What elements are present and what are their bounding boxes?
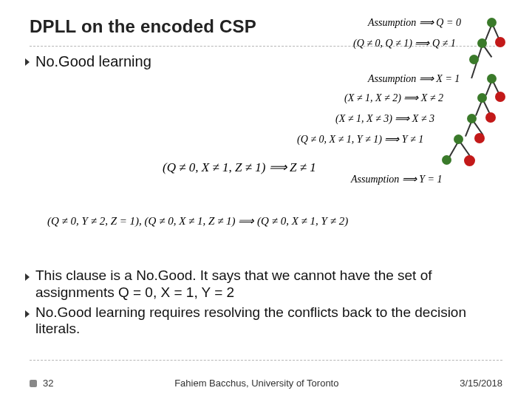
formula-assumption-y1: Assumption ⟹ Y = 1 xyxy=(351,173,443,185)
page-number-icon xyxy=(30,380,37,387)
formula-z-not1: (Q ≠ 0, X ≠ 1, Z ≠ 1) ⟹ Z ≠ 1 xyxy=(163,160,316,175)
tree-node-green xyxy=(467,114,477,123)
bullet-marker-icon xyxy=(25,310,30,318)
footer-separator xyxy=(30,360,502,361)
tree-node-red xyxy=(464,155,475,166)
tree-diagram: Assumption ⟹ Q = 0 (Q ≠ 0, Q ≠ 1) ⟹ Q ≠ … xyxy=(0,15,532,229)
tree-node-red xyxy=(495,37,505,47)
footer-author: Fahiem Bacchus, University of Toronto xyxy=(174,378,338,389)
bullet-text: This clause is a No.Good. It says that w… xyxy=(35,267,502,301)
footer: 32 Fahiem Bacchus, University of Toronto… xyxy=(30,378,502,389)
formula-x-not2: (X ≠ 1, X ≠ 2) ⟹ X ≠ 2 xyxy=(344,92,443,104)
formula-assumption-q0: Assumption ⟹ Q = 0 xyxy=(368,16,461,29)
tree-node-green xyxy=(487,74,497,83)
formula-y-not1: (Q ≠ 0, X ≠ 1, Y ≠ 1) ⟹ Y ≠ 1 xyxy=(297,133,423,146)
slide: DPLL on the encoded CSP No.Good learning xyxy=(0,0,532,399)
page-number-block: 32 xyxy=(30,378,53,389)
bullet-resolving: No.Good learning requires resolving the … xyxy=(25,304,502,338)
tree-node-green xyxy=(477,38,487,48)
tree-node-red xyxy=(495,92,505,102)
tree-node-green xyxy=(454,134,463,144)
bullet-clause-nogood: This clause is a No.Good. It says that w… xyxy=(25,267,502,301)
formula-q-not1: (Q ≠ 0, Q ≠ 1) ⟹ Q ≠ 1 xyxy=(353,37,456,50)
formula-x-not3: (X ≠ 1, X ≠ 3) ⟹ X ≠ 3 xyxy=(335,112,434,125)
body-bullets: This clause is a No.Good. It says that w… xyxy=(25,265,502,341)
formula-assumption-x1: Assumption ⟹ X = 1 xyxy=(368,72,460,85)
tree-node-green xyxy=(487,18,497,27)
tree-node-red xyxy=(485,112,496,123)
bullet-text: No.Good learning requires resolving the … xyxy=(35,304,502,338)
footer-date: 3/15/2018 xyxy=(460,378,502,389)
tree-node-red xyxy=(474,133,485,143)
page-number: 32 xyxy=(43,378,53,389)
formula-resolved-clause: (Q ≠ 0, Y ≠ 2, Z = 1), (Q ≠ 0, X ≠ 1, Z … xyxy=(47,214,348,228)
tree-node-green xyxy=(469,55,479,64)
tree-node-green xyxy=(442,155,451,165)
tree-node-green xyxy=(477,93,487,103)
bullet-marker-icon xyxy=(25,273,30,281)
